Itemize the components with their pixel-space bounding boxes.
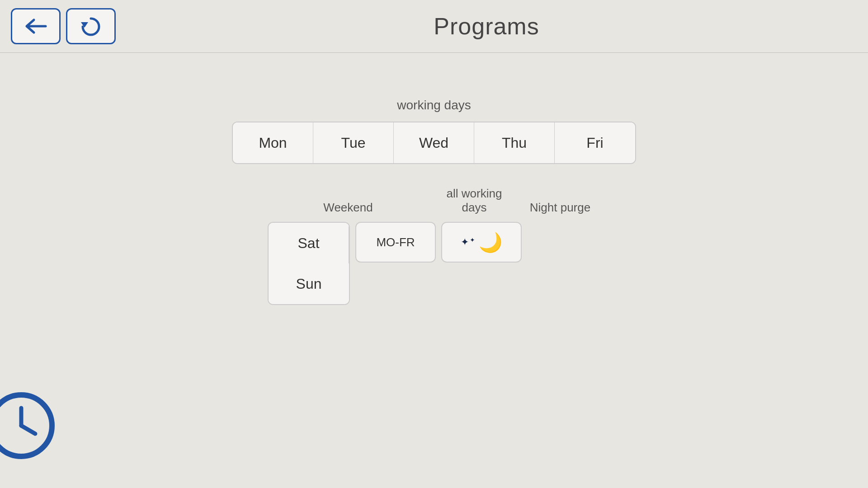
all-working-days-button[interactable]: MO-FR (355, 222, 436, 263)
main-content: working days Mon Tue Wed Thu Fri Weekend… (0, 53, 868, 305)
back-button[interactable] (11, 8, 61, 44)
refresh-button[interactable] (66, 8, 116, 44)
weekend-label: Weekend (268, 201, 429, 215)
bottom-section: Weekend all working days Night purge Sat… (268, 187, 600, 305)
saturday-button[interactable]: Sat (269, 223, 349, 263)
arrow-left-icon (24, 18, 47, 35)
friday-button[interactable]: Fri (555, 122, 635, 163)
sunday-button[interactable]: Sun (269, 263, 349, 304)
night-purge-button[interactable]: ✦ ✦ 🌙 (441, 222, 522, 263)
svg-point-1 (0, 395, 52, 456)
clock-icon (0, 391, 57, 461)
wednesday-button[interactable]: Wed (394, 122, 474, 163)
bottom-buttons-row: Sat Sun MO-FR ✦ ✦ 🌙 (268, 222, 522, 305)
page-title: Programs (116, 13, 857, 40)
clock-icon-container (0, 391, 57, 461)
bottom-labels-row: Weekend all working days Night purge (268, 187, 600, 215)
svg-line-3 (21, 426, 35, 434)
night-stars-icon: ✦ (461, 236, 469, 248)
all-working-days-label: all working days (434, 187, 514, 215)
night-star-small-icon: ✦ (470, 236, 475, 244)
moon-icon: 🌙 (479, 231, 502, 253)
refresh-icon (79, 16, 103, 37)
monday-button[interactable]: Mon (233, 122, 313, 163)
working-days-row: Mon Tue Wed Thu Fri (232, 122, 636, 164)
working-days-label: working days (397, 98, 471, 113)
thursday-button[interactable]: Thu (474, 122, 555, 163)
header: Programs (0, 0, 868, 53)
weekend-row: Sat Sun (268, 222, 350, 305)
header-buttons (11, 8, 116, 44)
night-purge-label: Night purge (520, 201, 600, 215)
tuesday-button[interactable]: Tue (313, 122, 394, 163)
